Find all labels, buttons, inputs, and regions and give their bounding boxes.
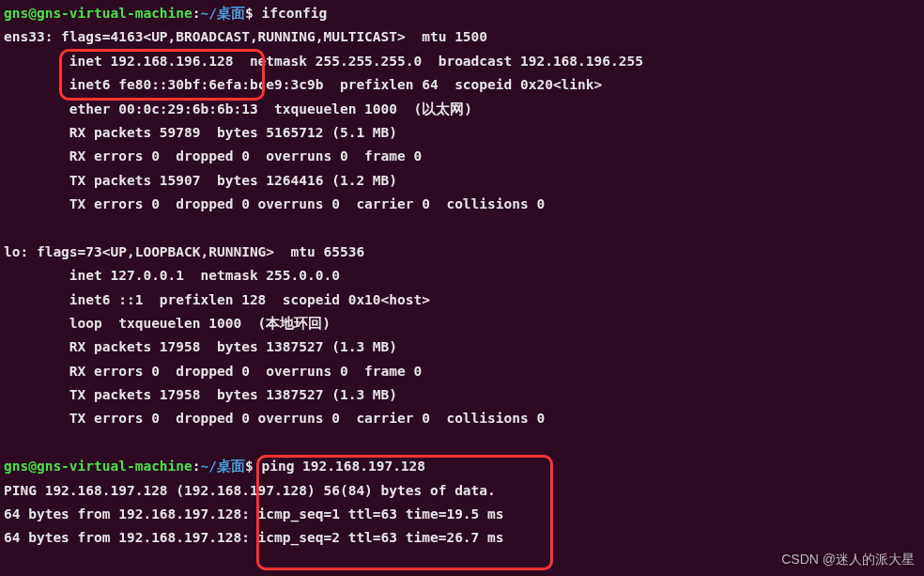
- ping-reply-1: 64 bytes from 192.168.197.128: icmp_seq=…: [4, 503, 920, 526]
- watermark: CSDN @迷人的派大星: [781, 548, 915, 571]
- ens33-inet6: inet6 fe80::30bf:6efa:bce9:3c9b prefixle…: [4, 73, 920, 97]
- lo-loop: loop txqueuelen 1000 (本地环回): [4, 312, 920, 335]
- ens33-tx-errors: TX errors 0 dropped 0 overruns 0 carrier…: [4, 193, 920, 216]
- sep: :: [192, 459, 201, 474]
- user-host: gns@gns-virtual-machine: [4, 6, 192, 21]
- lo-rx-errors: RX errors 0 dropped 0 overruns 0 frame 0: [4, 360, 920, 383]
- ens33-inet: inet 192.168.196.128 netmask 255.255.255…: [4, 50, 920, 73]
- command-ping: ping 192.168.197.128: [261, 459, 425, 474]
- sep: :: [192, 6, 201, 21]
- lo-tx-packets: TX packets 17958 bytes 1387527 (1.3 MB): [4, 383, 920, 407]
- cwd: ~/桌面: [201, 6, 245, 21]
- blank-line: [4, 216, 920, 240]
- ping-header: PING 192.168.197.128 (192.168.197.128) 5…: [4, 479, 920, 503]
- ens33-rx-errors: RX errors 0 dropped 0 overruns 0 frame 0: [4, 145, 920, 168]
- lo-flags: lo: flags=73<UP,LOOPBACK,RUNNING> mtu 65…: [4, 241, 920, 264]
- ens33-ether: ether 00:0c:29:6b:6b:13 txqueuelen 1000 …: [4, 98, 920, 121]
- lo-inet6: inet6 ::1 prefixlen 128 scopeid 0x10<hos…: [4, 288, 920, 312]
- command-ifconfig: ifconfig: [261, 6, 327, 21]
- lo-rx-packets: RX packets 17958 bytes 1387527 (1.3 MB): [4, 335, 920, 359]
- blank-line: [4, 431, 920, 455]
- cwd: ~/桌面: [201, 459, 245, 474]
- ens33-rx-packets: RX packets 59789 bytes 5165712 (5.1 MB): [4, 121, 920, 145]
- dollar: $: [245, 459, 261, 474]
- dollar: $: [245, 6, 261, 21]
- lo-inet: inet 127.0.0.1 netmask 255.0.0.0: [4, 264, 920, 288]
- user-host: gns@gns-virtual-machine: [4, 459, 192, 474]
- prompt-line-2[interactable]: gns@gns-virtual-machine:~/桌面$ ping 192.1…: [4, 455, 920, 478]
- ens33-flags: ens33: flags=4163<UP,BROADCAST,RUNNING,M…: [4, 25, 920, 49]
- ens33-tx-packets: TX packets 15907 bytes 1264416 (1.2 MB): [4, 169, 920, 193]
- prompt-line-1[interactable]: gns@gns-virtual-machine:~/桌面$ ifconfig: [4, 2, 920, 25]
- lo-tx-errors: TX errors 0 dropped 0 overruns 0 carrier…: [4, 407, 920, 430]
